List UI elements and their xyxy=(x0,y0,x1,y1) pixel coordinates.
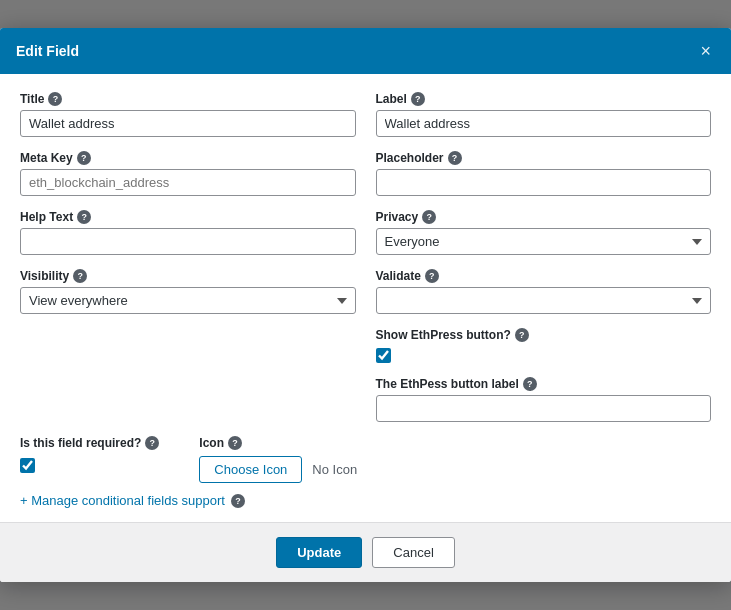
manage-help-icon[interactable]: ? xyxy=(231,494,245,508)
validate-col: Validate ? Email URL Number xyxy=(376,269,712,314)
manage-conditional-link[interactable]: + Manage conditional fields support xyxy=(20,493,225,508)
placeholder-label: Placeholder ? xyxy=(376,151,712,165)
empty-left-col xyxy=(20,328,356,422)
show-ethpress-label: Show EthPress button? ? xyxy=(376,328,712,342)
show-ethpress-section: Show EthPress button? ? xyxy=(376,328,712,363)
title-label: Title ? xyxy=(20,92,356,106)
visibility-validate-row: Visibility ? View everywhere Hidden Vali… xyxy=(20,269,711,314)
close-button[interactable]: × xyxy=(696,40,715,62)
ethpress-button-label-section: The EthPess button label ? xyxy=(376,377,712,422)
helptext-help-icon[interactable]: ? xyxy=(77,210,91,224)
validate-label: Validate ? xyxy=(376,269,712,283)
title-label-row: Title ? Label ? xyxy=(20,92,711,137)
cancel-button[interactable]: Cancel xyxy=(372,537,454,568)
placeholder-col: Placeholder ? xyxy=(376,151,712,196)
metakey-input[interactable] xyxy=(20,169,356,196)
is-required-checkbox-row xyxy=(20,458,159,473)
helptext-col: Help Text ? xyxy=(20,210,356,255)
choose-icon-button[interactable]: Choose Icon xyxy=(199,456,302,483)
privacy-label: Privacy ? xyxy=(376,210,712,224)
metakey-placeholder-row: Meta Key ? Placeholder ? xyxy=(20,151,711,196)
icon-row: Choose Icon No Icon xyxy=(199,456,357,483)
metakey-help-icon[interactable]: ? xyxy=(77,151,91,165)
is-required-help-icon[interactable]: ? xyxy=(145,436,159,450)
helptext-privacy-row: Help Text ? Privacy ? Everyone Admins On… xyxy=(20,210,711,255)
privacy-select[interactable]: Everyone Admins Only Only Me xyxy=(376,228,712,255)
ethpress-row: Show EthPress button? ? The EthPess butt… xyxy=(20,328,711,422)
privacy-col: Privacy ? Everyone Admins Only Only Me xyxy=(376,210,712,255)
icon-help-icon[interactable]: ? xyxy=(228,436,242,450)
icon-col: Icon ? Choose Icon No Icon xyxy=(199,436,357,483)
placeholder-input[interactable] xyxy=(376,169,712,196)
title-help-icon[interactable]: ? xyxy=(48,92,62,106)
ethpress-button-label-help-icon[interactable]: ? xyxy=(523,377,537,391)
no-icon-text: No Icon xyxy=(312,462,357,477)
ethpress-right-col: Show EthPress button? ? The EthPess butt… xyxy=(376,328,712,422)
title-input[interactable] xyxy=(20,110,356,137)
helptext-input[interactable] xyxy=(20,228,356,255)
modal-footer: Update Cancel xyxy=(0,522,731,582)
visibility-select[interactable]: View everywhere Hidden xyxy=(20,287,356,314)
visibility-col: Visibility ? View everywhere Hidden xyxy=(20,269,356,314)
modal-title: Edit Field xyxy=(16,43,79,59)
metakey-col: Meta Key ? xyxy=(20,151,356,196)
bottom-section: Is this field required? ? Icon ? Choose … xyxy=(20,436,711,483)
show-ethpress-checkbox[interactable] xyxy=(376,348,391,363)
is-required-checkbox[interactable] xyxy=(20,458,35,473)
helptext-label: Help Text ? xyxy=(20,210,356,224)
placeholder-help-icon[interactable]: ? xyxy=(448,151,462,165)
icon-label: Icon ? xyxy=(199,436,357,450)
is-required-col: Is this field required? ? xyxy=(20,436,159,473)
show-ethpress-help-icon[interactable]: ? xyxy=(515,328,529,342)
title-col: Title ? xyxy=(20,92,356,137)
metakey-label: Meta Key ? xyxy=(20,151,356,165)
validate-help-icon[interactable]: ? xyxy=(425,269,439,283)
edit-field-modal: Edit Field × Title ? Label ? xyxy=(0,28,731,582)
label-input[interactable] xyxy=(376,110,712,137)
label-help-icon[interactable]: ? xyxy=(411,92,425,106)
ethpress-button-label-label: The EthPess button label ? xyxy=(376,377,712,391)
label-col: Label ? xyxy=(376,92,712,137)
validate-select[interactable]: Email URL Number xyxy=(376,287,712,314)
visibility-help-icon[interactable]: ? xyxy=(73,269,87,283)
ethpress-button-label-input[interactable] xyxy=(376,395,712,422)
visibility-label: Visibility ? xyxy=(20,269,356,283)
label-label: Label ? xyxy=(376,92,712,106)
modal-header: Edit Field × xyxy=(0,28,731,74)
modal-overlay: Edit Field × Title ? Label ? xyxy=(0,0,731,610)
privacy-help-icon[interactable]: ? xyxy=(422,210,436,224)
show-ethpress-checkbox-row xyxy=(376,348,712,363)
manage-conditional-row: + Manage conditional fields support ? xyxy=(20,493,711,508)
is-required-label: Is this field required? ? xyxy=(20,436,159,450)
update-button[interactable]: Update xyxy=(276,537,362,568)
modal-body: Title ? Label ? Meta Key xyxy=(0,74,731,522)
